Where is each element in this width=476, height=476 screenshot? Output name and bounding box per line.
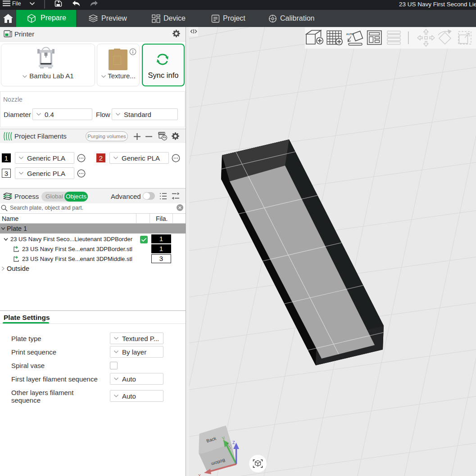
svg-text:AUTO: AUTO (346, 32, 354, 36)
svg-text:z: z (232, 439, 235, 445)
svg-text:x: x (198, 472, 201, 476)
